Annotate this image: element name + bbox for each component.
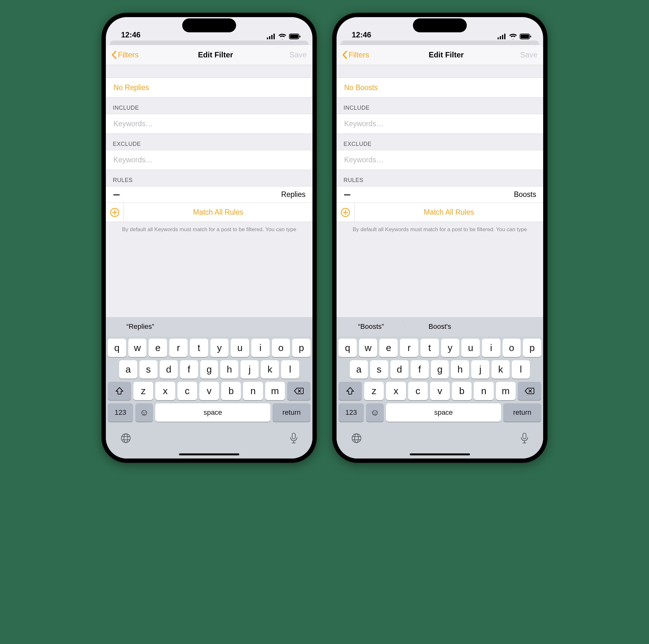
key-t[interactable]: t [421, 339, 439, 357]
key-k[interactable]: k [261, 360, 279, 378]
key-d[interactable]: d [160, 360, 178, 378]
nav-bar: Filters Edit Filter Save [337, 45, 543, 65]
rule-row[interactable]: − Boosts [337, 186, 543, 203]
battery-icon [520, 34, 531, 39]
key-s[interactable]: s [139, 360, 158, 378]
include-keywords-row[interactable] [337, 114, 543, 134]
add-rule-row[interactable]: Match All Rules [337, 203, 543, 222]
space-key[interactable]: space [386, 403, 501, 422]
globe-icon[interactable] [351, 433, 362, 444]
key-y[interactable]: y [441, 339, 460, 357]
include-keywords-row[interactable] [106, 114, 312, 134]
key-q[interactable]: q [339, 339, 357, 357]
mic-icon[interactable] [290, 433, 298, 444]
delete-key[interactable] [518, 382, 541, 400]
svg-rect-1 [269, 36, 270, 39]
key-c[interactable]: c [177, 382, 197, 400]
key-p[interactable]: p [292, 339, 310, 357]
numbers-key[interactable]: 123 [108, 403, 133, 422]
key-n[interactable]: n [474, 382, 493, 400]
numbers-key[interactable]: 123 [339, 403, 364, 422]
key-x[interactable]: x [155, 382, 175, 400]
include-header: INCLUDE [106, 98, 312, 114]
return-key[interactable]: return [503, 403, 541, 422]
key-e[interactable]: e [379, 339, 398, 357]
add-rule-row[interactable]: Match All Rules [106, 203, 312, 222]
save-button[interactable]: Save [282, 50, 307, 59]
key-h[interactable]: h [451, 360, 469, 378]
suggestion-2[interactable]: Boost's [405, 322, 474, 331]
key-h[interactable]: h [220, 360, 238, 378]
keyboard: “Replies” q w e r t y u i o p [106, 317, 312, 458]
mic-icon[interactable] [520, 433, 529, 444]
key-w[interactable]: w [128, 339, 147, 357]
space-key[interactable]: space [155, 403, 270, 422]
key-n[interactable]: n [243, 382, 263, 400]
key-x[interactable]: x [386, 382, 406, 400]
filter-name-input[interactable] [113, 83, 307, 92]
key-c[interactable]: c [408, 382, 428, 400]
key-p[interactable]: p [523, 339, 541, 357]
suggestion-1[interactable]: “Replies” [106, 322, 175, 331]
key-i[interactable]: i [482, 339, 501, 357]
shift-key[interactable] [108, 382, 131, 400]
key-m[interactable]: m [496, 382, 516, 400]
back-button[interactable]: Filters [342, 50, 380, 59]
return-key[interactable]: return [272, 403, 310, 422]
key-f[interactable]: f [411, 360, 429, 378]
include-keywords-input[interactable] [113, 119, 307, 128]
key-b[interactable]: b [221, 382, 241, 400]
filter-name-input[interactable] [344, 83, 537, 92]
key-g[interactable]: g [200, 360, 218, 378]
exclude-keywords-input[interactable] [113, 155, 307, 165]
emoji-key[interactable]: ☺ [135, 403, 153, 422]
home-indicator[interactable] [410, 453, 470, 455]
delete-key[interactable] [287, 382, 310, 400]
filter-name-row[interactable] [106, 78, 312, 98]
globe-icon[interactable] [120, 433, 131, 444]
key-u[interactable]: u [231, 339, 249, 357]
key-k[interactable]: k [491, 360, 510, 378]
key-q[interactable]: q [108, 339, 126, 357]
rule-row[interactable]: − Replies [106, 186, 312, 203]
key-v[interactable]: v [199, 382, 219, 400]
key-b[interactable]: b [452, 382, 472, 400]
filter-name-row[interactable] [337, 78, 543, 98]
emoji-key[interactable]: ☺ [366, 403, 384, 422]
key-j[interactable]: j [471, 360, 489, 378]
suggestion-1[interactable]: “Boosts” [337, 322, 405, 331]
key-i[interactable]: i [251, 339, 270, 357]
shift-key[interactable] [339, 382, 362, 400]
key-r[interactable]: r [400, 339, 418, 357]
key-a[interactable]: a [119, 360, 137, 378]
key-g[interactable]: g [431, 360, 449, 378]
exclude-keywords-input[interactable] [344, 155, 537, 165]
key-u[interactable]: u [462, 339, 480, 357]
key-a[interactable]: a [350, 360, 368, 378]
back-button[interactable]: Filters [112, 50, 149, 59]
key-y[interactable]: y [210, 339, 229, 357]
key-d[interactable]: d [390, 360, 408, 378]
save-button[interactable]: Save [512, 50, 537, 59]
exclude-keywords-row[interactable] [106, 150, 312, 170]
key-r[interactable]: r [169, 339, 187, 357]
key-s[interactable]: s [370, 360, 388, 378]
key-e[interactable]: e [148, 339, 167, 357]
key-z[interactable]: z [364, 382, 384, 400]
key-l[interactable]: l [281, 360, 299, 378]
key-v[interactable]: v [430, 382, 450, 400]
home-indicator[interactable] [179, 453, 239, 455]
include-keywords-input[interactable] [344, 119, 537, 128]
key-z[interactable]: z [133, 382, 153, 400]
key-j[interactable]: j [241, 360, 259, 378]
chevron-left-icon [112, 51, 117, 59]
key-w[interactable]: w [359, 339, 378, 357]
exclude-keywords-row[interactable] [337, 150, 543, 170]
key-f[interactable]: f [180, 360, 198, 378]
cellular-icon [267, 34, 276, 39]
key-t[interactable]: t [190, 339, 208, 357]
key-m[interactable]: m [265, 382, 285, 400]
key-o[interactable]: o [272, 339, 290, 357]
key-l[interactable]: l [512, 360, 530, 378]
key-o[interactable]: o [503, 339, 521, 357]
